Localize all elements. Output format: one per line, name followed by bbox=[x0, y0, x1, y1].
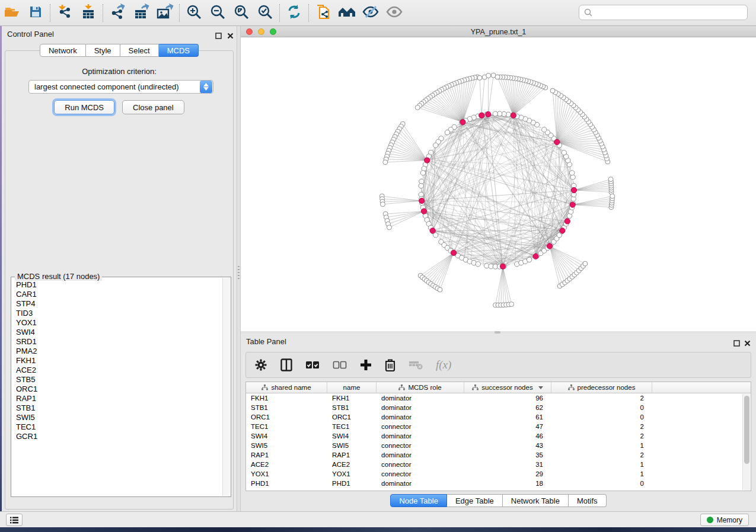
result-node-item[interactable]: PHD1 bbox=[12, 280, 222, 290]
table-cell[interactable]: ORC1 bbox=[246, 412, 327, 422]
search-input[interactable] bbox=[596, 6, 747, 19]
table-cell[interactable]: 1 bbox=[551, 460, 652, 469]
hide-selected-button[interactable] bbox=[359, 2, 382, 24]
result-node-item[interactable]: TID3 bbox=[12, 309, 222, 318]
table-cell[interactable]: ACE2 bbox=[327, 460, 377, 469]
tab-style[interactable]: Style bbox=[86, 44, 120, 57]
table-cell[interactable]: STB1 bbox=[327, 403, 377, 412]
result-list-scrollbar[interactable] bbox=[222, 278, 230, 496]
table-scrollbar[interactable] bbox=[742, 394, 750, 490]
duplicate-network-button[interactable] bbox=[311, 2, 335, 24]
import-network-button[interactable] bbox=[53, 2, 76, 24]
table-cell[interactable]: connector bbox=[377, 469, 464, 479]
column-header-predecessor-nodes[interactable]: predecessor nodes bbox=[551, 382, 652, 393]
table-cell[interactable]: 2 bbox=[551, 393, 652, 403]
search-box[interactable] bbox=[579, 5, 748, 20]
table-row[interactable]: ACE2ACE2connector311 bbox=[246, 460, 751, 469]
table-cell[interactable]: 35 bbox=[464, 450, 551, 460]
save-session-button[interactable] bbox=[24, 2, 47, 24]
delete-column-button[interactable] bbox=[385, 358, 395, 371]
table-row[interactable]: SWI4SWI4dominator462 bbox=[246, 431, 751, 441]
table-cell[interactable]: dominator bbox=[377, 431, 464, 441]
table-row[interactable]: STB1STB1dominator620 bbox=[246, 403, 751, 412]
table-row[interactable]: FKH1FKH1dominator962 bbox=[246, 393, 751, 403]
table-cell[interactable]: FKH1 bbox=[246, 393, 327, 403]
table-cell[interactable]: dominator bbox=[377, 479, 464, 488]
zoom-fit-button[interactable] bbox=[229, 2, 253, 24]
table-cell[interactable]: SWI5 bbox=[327, 441, 377, 450]
result-node-item[interactable]: YOX1 bbox=[12, 318, 222, 328]
table-cell[interactable]: dominator bbox=[377, 393, 464, 403]
table-cell[interactable]: SWI4 bbox=[246, 431, 327, 441]
select-all-checkboxes-button[interactable] bbox=[305, 361, 320, 369]
table-cell[interactable]: 1 bbox=[551, 469, 652, 479]
apply-layout-button[interactable] bbox=[282, 2, 306, 24]
table-cell[interactable]: 29 bbox=[464, 469, 551, 479]
table-row[interactable]: RAP1RAP1dominator352 bbox=[246, 450, 751, 460]
delete-table-button[interactable] bbox=[409, 360, 423, 370]
open-file-button[interactable] bbox=[0, 2, 24, 24]
table-cell[interactable]: 1 bbox=[551, 441, 652, 450]
result-node-item[interactable]: ORC1 bbox=[12, 384, 222, 394]
memory-button[interactable]: Memory bbox=[700, 514, 749, 526]
table-cell[interactable]: 43 bbox=[464, 441, 551, 450]
close-panel-button[interactable]: Close panel bbox=[122, 100, 184, 114]
table-cell[interactable]: TEC1 bbox=[246, 422, 327, 431]
table-cell[interactable]: RAP1 bbox=[246, 450, 327, 460]
export-table-button[interactable] bbox=[129, 2, 153, 24]
criterion-dropdown[interactable]: largest connected component (undirected) bbox=[28, 80, 213, 94]
network-canvas[interactable] bbox=[241, 37, 756, 331]
network-window-titlebar[interactable]: YPA_prune.txt_1 bbox=[241, 26, 756, 37]
tab-edge-table[interactable]: Edge Table bbox=[447, 494, 503, 507]
add-column-button[interactable] bbox=[360, 359, 372, 371]
vertical-splitter[interactable] bbox=[237, 26, 241, 511]
float-panel-icon[interactable] bbox=[733, 338, 740, 345]
tab-select[interactable]: Select bbox=[120, 44, 159, 57]
tab-network-table[interactable]: Network Table bbox=[503, 494, 569, 507]
float-panel-icon[interactable] bbox=[215, 31, 222, 37]
table-scrollbar-thumb[interactable] bbox=[744, 396, 749, 464]
table-cell[interactable]: FKH1 bbox=[327, 393, 377, 403]
result-node-item[interactable]: STB5 bbox=[12, 375, 222, 384]
table-cell[interactable]: connector bbox=[377, 441, 464, 450]
table-cell[interactable]: 31 bbox=[464, 460, 551, 469]
result-node-item[interactable]: TEC1 bbox=[12, 422, 222, 432]
result-node-item[interactable]: SRD1 bbox=[12, 337, 222, 347]
table-cell[interactable]: ACE2 bbox=[246, 460, 327, 469]
export-network-button[interactable] bbox=[106, 2, 129, 24]
table-cell[interactable]: ORC1 bbox=[327, 412, 377, 422]
table-cell[interactable]: 0 bbox=[551, 403, 652, 412]
splitter-handle[interactable] bbox=[238, 266, 240, 279]
table-options-gear-button[interactable] bbox=[254, 358, 267, 371]
result-node-item[interactable]: ACE2 bbox=[12, 366, 222, 375]
table-row[interactable]: TEC1TEC1connector472 bbox=[246, 422, 751, 431]
table-cell[interactable]: 0 bbox=[551, 479, 652, 488]
table-row[interactable]: YOX1YOX1connector291 bbox=[246, 469, 751, 479]
show-all-button[interactable] bbox=[382, 2, 406, 24]
table-cell[interactable]: 96 bbox=[464, 393, 551, 403]
table-cell[interactable]: dominator bbox=[377, 403, 464, 412]
tab-network[interactable]: Network bbox=[40, 44, 86, 57]
table-cell[interactable]: STB1 bbox=[246, 403, 327, 412]
first-neighbors-button[interactable] bbox=[335, 2, 359, 24]
table-cell[interactable]: SWI4 bbox=[327, 431, 377, 441]
close-panel-icon[interactable] bbox=[744, 338, 751, 345]
table-cell[interactable]: dominator bbox=[377, 450, 464, 460]
tab-motifs[interactable]: Motifs bbox=[569, 494, 607, 507]
table-row[interactable]: ORC1ORC1dominator610 bbox=[246, 412, 751, 422]
result-node-item[interactable]: SWI5 bbox=[12, 413, 222, 422]
deselect-all-checkboxes-button[interactable] bbox=[333, 361, 347, 369]
table-cell[interactable]: YOX1 bbox=[246, 469, 327, 479]
run-mcds-button[interactable]: Run MCDS bbox=[54, 100, 114, 114]
result-node-item[interactable]: FKH1 bbox=[12, 356, 222, 366]
close-panel-icon[interactable] bbox=[227, 31, 234, 37]
table-cell[interactable]: RAP1 bbox=[327, 450, 377, 460]
table-cell[interactable]: 0 bbox=[551, 412, 652, 422]
zoom-in-button[interactable] bbox=[182, 2, 206, 24]
result-node-item[interactable]: STB1 bbox=[12, 403, 222, 413]
table-cell[interactable]: 62 bbox=[464, 403, 551, 412]
result-node-item[interactable]: RAP1 bbox=[12, 394, 222, 403]
zoom-out-button[interactable] bbox=[206, 2, 229, 24]
table-cell[interactable]: 47 bbox=[464, 422, 551, 431]
table-cell[interactable]: connector bbox=[377, 460, 464, 469]
